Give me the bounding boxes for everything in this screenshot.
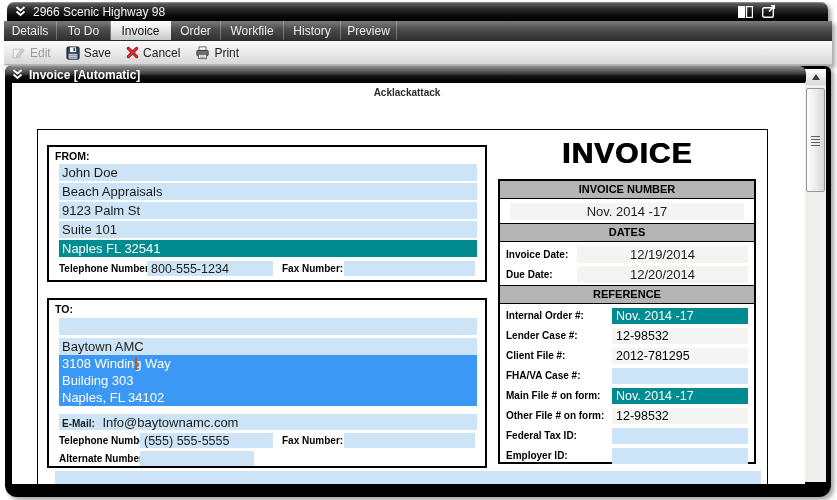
split-panels-icon[interactable] <box>738 6 753 18</box>
employer-id-label: Employer ID: <box>506 450 568 461</box>
invoice-number-header: INVOICE NUMBER <box>500 181 754 199</box>
to-address-textarea[interactable]: 3108 Winding Way Building 303 Naples, FL… <box>59 355 477 406</box>
lender-case-label: Lender Case #: <box>506 330 578 341</box>
save-button[interactable]: Save <box>66 46 111 60</box>
from-company-field[interactable]: Beach Appraisals <box>59 183 477 200</box>
reference-header: REFERENCE <box>500 286 754 304</box>
print-printer-icon <box>195 46 210 60</box>
form-header-text: Acklackattack <box>312 87 502 98</box>
scrollbar-thumb[interactable] <box>806 88 825 192</box>
invoice-date-label: Invoice Date: <box>506 249 568 260</box>
federal-tax-label: Federal Tax ID: <box>506 430 577 441</box>
window-title: 2966 Scenic Highway 98 <box>33 5 165 19</box>
to-label: TO: <box>55 303 73 315</box>
to-phone-label: Telephone Number: <box>59 435 152 446</box>
from-phone-label: Telephone Number: <box>59 263 152 274</box>
other-file-field[interactable]: 12-98532 <box>612 408 748 424</box>
to-fax-field[interactable] <box>344 433 475 448</box>
tab-to-do[interactable]: To Do <box>57 21 111 40</box>
section-header-title: Invoice [Automatic] <box>29 68 140 82</box>
section-header-bar[interactable]: Invoice [Automatic] <box>5 66 806 83</box>
to-email-field[interactable]: E-Mail: Info@baytownamc.com <box>59 414 477 430</box>
to-phone-field[interactable]: (555) 555-5555 <box>140 433 273 448</box>
invoice-heading: INVOICE <box>498 136 756 170</box>
tab-details[interactable]: Details <box>4 21 57 40</box>
invoice-page: FROM: John Doe Beach Appraisals 9123 Pal… <box>37 129 768 484</box>
due-date-field[interactable]: 12/20/2014 <box>577 266 748 283</box>
to-alternate-field[interactable] <box>140 451 254 466</box>
lender-case-field[interactable]: 12-98532 <box>612 328 748 344</box>
to-line1-field[interactable] <box>59 318 477 335</box>
edit-button[interactable]: Edit <box>11 46 51 60</box>
invoice-number-field[interactable]: Nov. 2014 -17 <box>510 203 744 220</box>
invoice-date-field[interactable]: 12/19/2014 <box>577 246 748 263</box>
to-alternate-label: Alternate Number: <box>59 453 146 464</box>
vertical-scrollbar[interactable] <box>805 69 826 482</box>
main-file-field[interactable]: Nov. 2014 -17 <box>612 388 748 404</box>
toolbar: Edit Save Cancel Print <box>4 41 832 65</box>
fha-va-case-field[interactable] <box>612 368 748 384</box>
invoice-panel: Invoice [Automatic] Acklackattack FROM: … <box>5 66 831 497</box>
section-collapse-chevrons-icon[interactable] <box>12 69 23 80</box>
save-floppy-icon <box>66 46 80 60</box>
cancel-x-icon <box>126 46 139 59</box>
from-fax-label: Fax Number: <box>282 263 343 274</box>
edit-pencil-icon <box>11 46 26 60</box>
due-date-label: Due Date: <box>506 269 553 280</box>
from-phone-field[interactable]: 800-555-1234 <box>147 261 273 276</box>
print-button[interactable]: Print <box>195 46 239 60</box>
client-file-field[interactable]: 2012-781295 <box>612 348 748 364</box>
text-cursor <box>135 357 137 370</box>
to-fax-label: Fax Number: <box>282 435 343 446</box>
tab-bar: Details To Do Invoice Order Workfile His… <box>4 21 832 41</box>
title-bar: 2966 Scenic Highway 98 <box>7 2 828 21</box>
tab-invoice[interactable]: Invoice <box>111 21 171 40</box>
to-company-field[interactable]: Baytown AMC <box>59 338 477 355</box>
triangle-up-icon <box>812 74 820 80</box>
tab-workfile[interactable]: Workfile <box>221 21 284 40</box>
invoice-document-area: Acklackattack FROM: John Doe Beach Appra… <box>12 83 805 484</box>
main-file-label: Main File # on form: <box>506 390 600 401</box>
cancel-button[interactable]: Cancel <box>126 46 180 60</box>
internal-order-label: Internal Order #: <box>506 310 584 321</box>
collapse-chevrons-icon[interactable] <box>15 6 26 17</box>
internal-order-field[interactable]: Nov. 2014 -17 <box>612 308 748 324</box>
employer-id-field[interactable] <box>612 448 748 464</box>
from-address2-field[interactable]: Suite 101 <box>59 221 477 238</box>
from-citystate-field[interactable]: Naples FL 32541 <box>59 240 477 257</box>
invoice-details-table: INVOICE NUMBER Nov. 2014 -17 DATES Invoi… <box>498 179 756 464</box>
tab-preview[interactable]: Preview <box>341 21 397 40</box>
other-file-label: Other File # on form: <box>506 410 604 421</box>
client-file-label: Client File #: <box>506 350 565 361</box>
from-name-field[interactable]: John Doe <box>59 164 477 181</box>
to-section: TO: Baytown AMC 3108 Winding Way Buildin… <box>47 298 487 468</box>
dates-header: DATES <box>500 224 754 242</box>
fha-va-case-label: FHA/VA Case #: <box>506 370 580 381</box>
federal-tax-field[interactable] <box>612 428 748 444</box>
tab-order[interactable]: Order <box>171 21 221 40</box>
from-section: FROM: John Doe Beach Appraisals 9123 Pal… <box>47 145 487 282</box>
from-label: FROM: <box>55 150 89 162</box>
bottom-blank-field[interactable] <box>55 471 761 484</box>
tab-history[interactable]: History <box>284 21 341 40</box>
from-address1-field[interactable]: 9123 Palm St <box>59 202 477 219</box>
scrollbar-grip-icon <box>811 136 820 148</box>
from-fax-field[interactable] <box>344 261 475 276</box>
app-window: 2966 Scenic Highway 98 Details To Do Inv… <box>4 2 832 498</box>
scroll-up-button[interactable] <box>805 69 826 85</box>
to-email-label: E-Mail: <box>62 418 95 429</box>
popout-icon[interactable] <box>762 5 776 18</box>
